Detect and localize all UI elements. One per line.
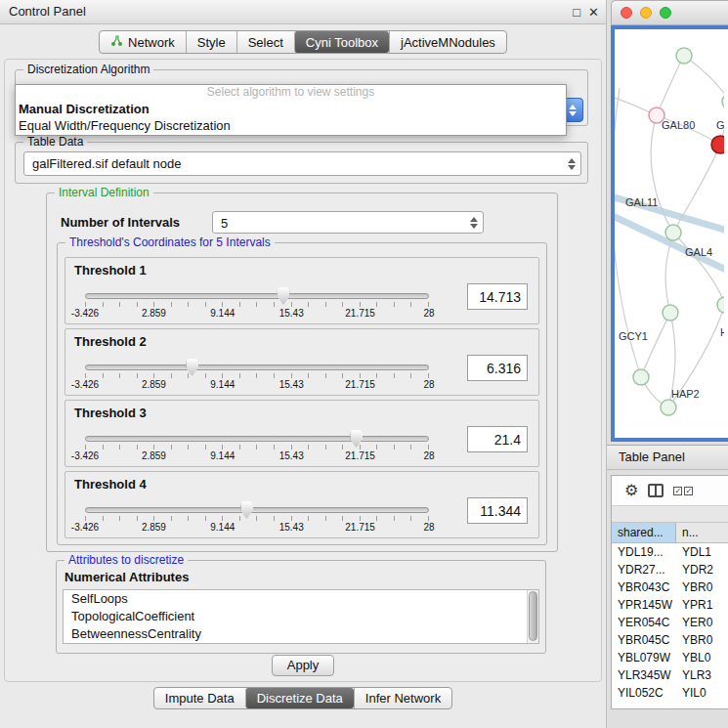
tab-style[interactable]: Style bbox=[186, 31, 236, 53]
table-panel-header[interactable]: Table Panel bbox=[607, 445, 728, 470]
threshold-4-label: Threshold 4 bbox=[74, 477, 147, 492]
zoom-traffic-light-icon[interactable] bbox=[660, 7, 671, 19]
window-title: Control Panel bbox=[0, 0, 606, 23]
combobox-stepper-icon[interactable] bbox=[568, 158, 576, 170]
threshold-1-value-field[interactable] bbox=[467, 283, 528, 310]
close-icon[interactable]: ✕ bbox=[588, 5, 599, 20]
network-edge bbox=[657, 56, 684, 115]
node-label: GCY1 bbox=[619, 330, 648, 342]
threshold-2-panel: Threshold 2 -3.426 2.859 9.144 15.43 21.… bbox=[64, 328, 539, 396]
slider-scale: -3.426 2.859 9.144 15.43 21.715 28 bbox=[85, 450, 429, 463]
table-row[interactable]: YBR045CYBR0 bbox=[612, 631, 728, 649]
table-toolbar: ⚙ ✓ ✓ bbox=[612, 476, 728, 505]
combobox-stepper-icon[interactable] bbox=[470, 217, 478, 229]
tab-impute-data[interactable]: Impute Data bbox=[154, 688, 245, 708]
number-of-intervals-combobox[interactable]: 5 bbox=[212, 211, 484, 234]
select-columns-icon[interactable]: ✓ ✓ bbox=[673, 487, 693, 495]
tab-discretize-data[interactable]: Discretize Data bbox=[245, 688, 354, 708]
dropdown-option-manual[interactable]: Manual Discretization bbox=[16, 101, 566, 117]
control-panel-window: Control Panel □ ✕ Network Style bbox=[0, 0, 607, 728]
gear-icon[interactable]: ⚙ bbox=[624, 483, 638, 498]
table-row[interactable]: YBL079WYBL0 bbox=[612, 649, 728, 666]
network-view-window: GAL80 GA GAL11 GAL4 GCY1 H HAP2 bbox=[611, 0, 728, 442]
slider-track[interactable] bbox=[85, 507, 429, 513]
table-data-group: Table Data galFiltered.sif default node bbox=[15, 142, 588, 184]
table-row[interactable]: YDL19...YDL1 bbox=[612, 543, 728, 561]
network-node[interactable] bbox=[665, 225, 681, 240]
attributes-group: Attributes to discretize Numerical Attri… bbox=[56, 560, 546, 654]
column-header-shared-name[interactable]: shared... bbox=[612, 523, 676, 542]
numerical-attributes-label: Numerical Attributes bbox=[64, 570, 189, 584]
table-data-combobox[interactable]: galFiltered.sif default node bbox=[23, 151, 581, 176]
network-node-selected[interactable] bbox=[711, 136, 724, 153]
network-node[interactable] bbox=[676, 48, 692, 64]
thresholds-group-label: Threshold's Coordinates for 5 Intervals bbox=[65, 236, 275, 250]
thresholds-group: Threshold's Coordinates for 5 Intervals … bbox=[57, 242, 547, 545]
scrollbar-thumb[interactable] bbox=[529, 591, 537, 641]
number-of-intervals-value: 5 bbox=[213, 212, 483, 235]
table-data-group-label: Table Data bbox=[23, 135, 87, 150]
network-node[interactable] bbox=[717, 297, 724, 313]
network-icon bbox=[110, 34, 123, 50]
table-row[interactable]: YIL052CYIL0 bbox=[612, 684, 728, 702]
network-node[interactable] bbox=[633, 369, 649, 385]
threshold-4-slider[interactable]: -3.426 2.859 9.144 15.43 21.715 28 bbox=[85, 507, 429, 535]
columns-icon[interactable] bbox=[648, 484, 664, 497]
tab-network[interactable]: Network bbox=[100, 31, 186, 53]
node-label: HAP2 bbox=[671, 388, 700, 400]
network-window-titlebar[interactable] bbox=[611, 0, 728, 25]
list-scrollbar[interactable] bbox=[527, 590, 538, 643]
column-header-name[interactable]: n... bbox=[676, 523, 728, 542]
network-canvas[interactable]: GAL80 GA GAL11 GAL4 GCY1 H HAP2 bbox=[615, 29, 724, 438]
threshold-2-value-field[interactable] bbox=[467, 355, 528, 381]
dropdown-option-equal-width[interactable]: Equal Width/Frequency Discretization bbox=[16, 117, 566, 134]
table-row[interactable]: YPR145WYPR1 bbox=[612, 596, 728, 614]
cyni-panel-body: Discretization Algorithm Select algorith… bbox=[4, 59, 602, 682]
table-row[interactable]: YLR345WYLR3 bbox=[612, 666, 728, 684]
threshold-3-value-field[interactable] bbox=[467, 426, 528, 452]
node-label: GAL80 bbox=[662, 119, 695, 131]
tab-network-label: Network bbox=[128, 35, 175, 50]
tab-select[interactable]: Select bbox=[236, 31, 294, 53]
number-of-intervals-label: Number of Intervals bbox=[61, 215, 180, 230]
network-edge bbox=[684, 56, 724, 102]
table-row[interactable]: YDR27...YDR2 bbox=[612, 561, 728, 578]
threshold-3-slider[interactable]: -3.426 2.859 9.144 15.43 21.715 28 bbox=[85, 436, 429, 463]
toolbar-divider bbox=[612, 505, 728, 523]
threshold-1-slider[interactable]: -3.426 2.859 9.144 15.43 21.715 28 bbox=[85, 293, 429, 321]
close-traffic-light-icon[interactable] bbox=[621, 7, 632, 19]
list-item[interactable]: BetweennessCentrality bbox=[64, 625, 538, 643]
apply-button[interactable]: Apply bbox=[272, 655, 334, 676]
attribute-table: ⚙ ✓ ✓ shared... n... YDL19...YDL1 YDR27.… bbox=[611, 475, 728, 709]
table-panel-title: Table Panel bbox=[619, 450, 685, 464]
network-view-frame: GAL80 GA GAL11 GAL4 GCY1 H HAP2 bbox=[611, 25, 728, 442]
list-item[interactable]: TopologicalCoefficient bbox=[64, 608, 538, 625]
control-panel-titlebar[interactable]: Control Panel □ ✕ bbox=[0, 0, 606, 24]
minimize-traffic-light-icon[interactable] bbox=[640, 7, 652, 19]
slider-track[interactable] bbox=[85, 436, 429, 442]
list-item[interactable]: SelfLoops bbox=[64, 590, 538, 608]
table-row[interactable]: YER054CYER0 bbox=[612, 614, 728, 631]
tab-jactivemnodules[interactable]: jActiveMNodules bbox=[389, 31, 506, 53]
slider-track[interactable] bbox=[85, 364, 429, 370]
threshold-2-slider[interactable]: -3.426 2.859 9.144 15.43 21.715 28 bbox=[85, 364, 429, 392]
network-node[interactable] bbox=[661, 400, 676, 415]
slider-ticks bbox=[85, 445, 429, 450]
node-label: GA bbox=[716, 119, 724, 131]
network-node[interactable] bbox=[663, 305, 678, 321]
network-edge bbox=[641, 313, 670, 377]
table-row[interactable]: YBR043CYBR0 bbox=[612, 578, 728, 596]
tab-cyni-toolbox[interactable]: Cyni Toolbox bbox=[294, 31, 389, 53]
table-header-row: shared... n... bbox=[612, 523, 728, 543]
numerical-attributes-list[interactable]: SelfLoops TopologicalCoefficient Between… bbox=[63, 589, 539, 644]
network-node[interactable] bbox=[722, 94, 724, 109]
right-pane: GAL80 GA GAL11 GAL4 GCY1 H HAP2 Table Pa… bbox=[607, 0, 728, 728]
threshold-4-panel: Threshold 4 -3.426 2.859 9.144 15.43 21.… bbox=[64, 471, 539, 538]
slider-ticks bbox=[85, 516, 429, 521]
attributes-group-label: Attributes to discretize bbox=[64, 553, 188, 568]
tab-infer-network[interactable]: Infer Network bbox=[354, 688, 451, 708]
float-window-icon[interactable]: □ bbox=[573, 5, 580, 20]
slider-track[interactable] bbox=[85, 293, 429, 299]
threshold-4-value-field[interactable] bbox=[467, 497, 528, 524]
discretization-algorithm-group-label: Discretization Algorithm bbox=[23, 63, 153, 77]
